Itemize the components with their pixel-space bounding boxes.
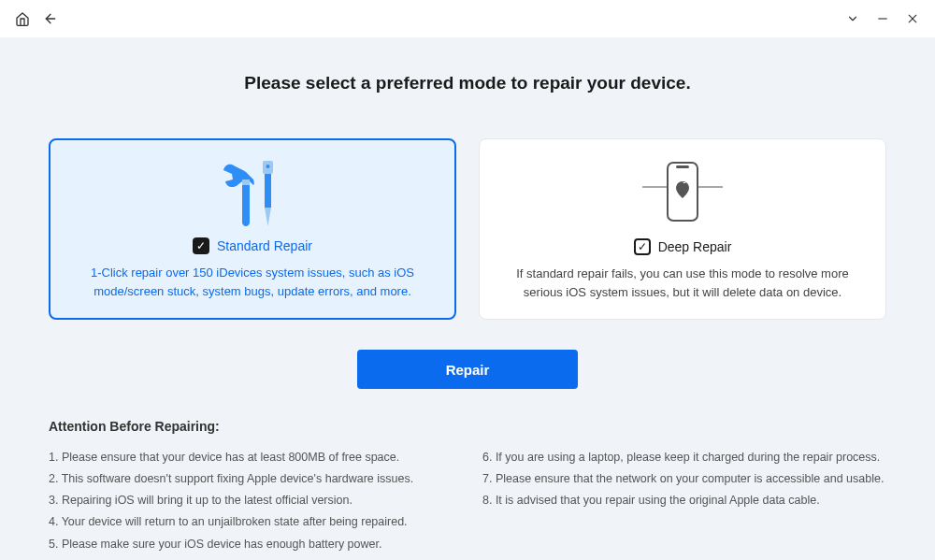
tools-icon	[222, 159, 283, 226]
attention-item: 7. Please ensure that the network on you…	[482, 468, 886, 490]
back-icon[interactable]	[43, 11, 58, 26]
attention-columns: 1. Please ensure that your device has at…	[49, 447, 886, 555]
titlebar-left	[15, 11, 58, 26]
attention-item: 2. This software doesn't support fixing …	[49, 468, 453, 490]
svg-rect-12	[676, 165, 689, 168]
mode-cards-row: ✓ Standard Repair 1-Click repair over 15…	[49, 138, 886, 320]
standard-repair-card[interactable]: ✓ Standard Repair 1-Click repair over 15…	[49, 138, 456, 320]
close-icon[interactable]	[905, 11, 920, 26]
svg-point-6	[266, 165, 270, 168]
deep-repair-card[interactable]: ✓ Deep Repair If standard repair fails, …	[479, 138, 886, 320]
attention-item: 5. Please make sure your iOS device has …	[49, 534, 453, 555]
svg-rect-7	[265, 174, 271, 208]
svg-rect-4	[242, 179, 250, 185]
attention-title: Attention Before Repairing:	[49, 419, 886, 434]
checkmark-icon: ✓	[196, 240, 206, 251]
titlebar	[0, 0, 935, 37]
titlebar-right	[845, 11, 920, 26]
chevron-down-icon[interactable]	[845, 11, 860, 26]
attention-item: 6. If you are using a laptop, please kee…	[482, 447, 886, 468]
home-icon[interactable]	[15, 11, 30, 26]
attention-item: 4. Your device will return to an unjailb…	[49, 511, 453, 533]
deep-repair-description: If standard repair fails, you can use th…	[502, 265, 863, 302]
minimize-icon[interactable]	[875, 11, 890, 26]
page-title: Please select a preferred mode to repair…	[49, 73, 886, 93]
standard-title-row: ✓ Standard Repair	[193, 237, 312, 254]
attention-item: 3. Repairing iOS will bring it up to the…	[49, 490, 453, 511]
attention-item: 8. It is advised that you repair using t…	[482, 490, 886, 511]
deep-title-row: ✓ Deep Repair	[634, 238, 732, 255]
standard-checkbox[interactable]: ✓	[193, 237, 209, 254]
attention-right-column: 6. If you are using a laptop, please kee…	[482, 447, 886, 555]
repair-button[interactable]: Repair	[357, 350, 578, 389]
attention-left-column: 1. Please ensure that your device has at…	[49, 447, 453, 555]
attention-item: 1. Please ensure that your device has at…	[49, 447, 453, 468]
deep-repair-label: Deep Repair	[658, 239, 732, 254]
svg-marker-8	[265, 208, 271, 226]
standard-repair-label: Standard Repair	[217, 238, 312, 253]
phone-icon	[640, 158, 725, 227]
standard-repair-description: 1-Click repair over 150 iDevices system …	[73, 264, 432, 301]
checkmark-icon: ✓	[638, 241, 647, 252]
deep-checkbox[interactable]: ✓	[634, 238, 651, 255]
main-content: Please select a preferred mode to repair…	[0, 37, 935, 560]
